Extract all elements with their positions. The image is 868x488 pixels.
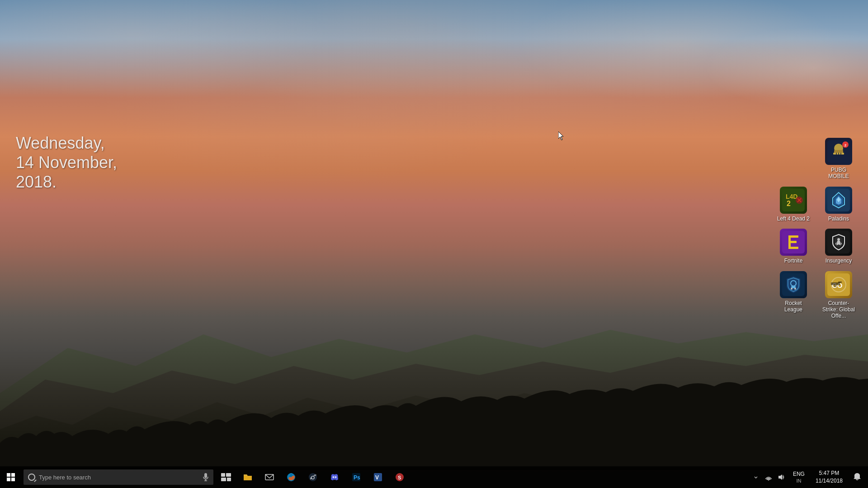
- svg-point-55: [333, 476, 335, 478]
- windows-logo: [7, 473, 15, 481]
- desktop-icon-fortnite[interactable]: Fortnite: [773, 226, 814, 266]
- svg-point-63: [768, 480, 769, 481]
- svg-rect-43: [204, 473, 207, 478]
- svg-marker-2: [0, 389, 868, 470]
- notification-button[interactable]: [848, 466, 866, 488]
- svg-rect-49: [227, 478, 231, 481]
- desktop-icon-rocket-league[interactable]: Rocket League: [773, 269, 814, 322]
- svg-point-56: [335, 476, 337, 478]
- icon-row-3: Rocket League GO Counter-Strike: Gl: [773, 269, 859, 322]
- mouse-cursor: [558, 131, 564, 141]
- taskbar-mail[interactable]: [259, 466, 280, 488]
- win-square-br: [11, 478, 15, 481]
- icon-row-0: 2 PUBG MOBILE: [818, 136, 859, 182]
- taskbar-firefox[interactable]: [280, 466, 302, 488]
- paladins-label: Paladins: [828, 216, 849, 222]
- date-line2: 14 November,: [16, 153, 117, 172]
- language-label: ENG: [793, 471, 805, 478]
- date-line3: 2018.: [16, 172, 117, 192]
- taskbar-photoshop[interactable]: Ps: [345, 466, 367, 488]
- cloud-overlay: [0, 0, 868, 488]
- time-label: 5:47 PM: [819, 469, 840, 477]
- win-square-tr: [11, 473, 15, 477]
- svg-marker-0: [0, 330, 868, 470]
- taskbar-file-explorer[interactable]: [237, 466, 259, 488]
- tray-icons: [762, 466, 788, 488]
- l4d2-label: Left 4 Dead 2: [777, 216, 810, 222]
- svg-text:2: 2: [844, 143, 847, 147]
- date-line1: Wednesday,: [16, 133, 117, 153]
- svg-rect-50: [244, 476, 252, 480]
- task-view-button[interactable]: [215, 466, 237, 488]
- taskbar-apps: Ps V S: [237, 466, 750, 488]
- pubg-mobile-label: PUBG MOBILE: [821, 167, 857, 180]
- rocket-league-label: Rocket League: [775, 300, 811, 313]
- search-icon: [28, 474, 35, 481]
- icon-row-1: L4D 2 Left 4 Dead 2: [773, 184, 859, 224]
- svg-rect-27: [788, 247, 798, 249]
- taskbar: Type here to search: [0, 466, 868, 488]
- desktop-icon-l4d2[interactable]: L4D 2 Left 4 Dead 2: [773, 184, 814, 224]
- svg-point-35: [791, 288, 793, 290]
- win-square-tl: [7, 473, 10, 477]
- icon-row-2: Fortnite Insurgency: [773, 226, 859, 266]
- svg-rect-48: [221, 478, 226, 481]
- taskbar-steam[interactable]: [302, 466, 324, 488]
- desktop-icons: 2 PUBG MOBILE L4D 2: [773, 136, 859, 324]
- csgo-label: Counter-Strike: Global Offe...: [821, 300, 857, 319]
- microphone-icon[interactable]: [203, 473, 209, 481]
- svg-rect-46: [221, 473, 225, 477]
- svg-text:2: 2: [787, 200, 791, 207]
- fortnite-icon: [780, 229, 807, 256]
- svg-point-29: [837, 238, 840, 241]
- rocket-league-icon: [780, 271, 807, 298]
- svg-marker-64: [778, 474, 782, 480]
- svg-rect-42: [834, 285, 836, 287]
- clock-area[interactable]: 5:47 PM 11/14/2018: [810, 466, 848, 488]
- csgo-icon: GO: [825, 271, 852, 298]
- desktop-icon-insurgency[interactable]: Insurgency: [818, 226, 859, 266]
- insurgency-label: Insurgency: [826, 258, 852, 264]
- svg-text:Ps: Ps: [354, 474, 360, 481]
- insurgency-icon: [825, 229, 852, 256]
- desktop: Wednesday, 14 November, 2018.: [0, 0, 868, 488]
- mountain-silhouette: [0, 267, 868, 470]
- input-mode-label: IN: [796, 478, 801, 483]
- win-square-bl: [7, 478, 10, 481]
- desktop-icon-paladins[interactable]: Paladins: [818, 184, 859, 224]
- svg-text:S: S: [398, 475, 401, 480]
- svg-rect-47: [226, 473, 231, 477]
- fortnite-label: Fortnite: [784, 258, 803, 264]
- tray-show-hidden-button[interactable]: [750, 466, 762, 488]
- svg-rect-41: [838, 282, 842, 283]
- desktop-icon-pubg-mobile[interactable]: 2 PUBG MOBILE: [818, 136, 859, 182]
- date-label: 11/14/2018: [816, 477, 843, 485]
- taskbar-app9[interactable]: S: [389, 466, 410, 488]
- taskbar-discord[interactable]: [324, 466, 345, 488]
- volume-icon[interactable]: [775, 466, 788, 488]
- svg-marker-1: [0, 355, 868, 470]
- svg-point-54: [312, 477, 314, 479]
- language-area[interactable]: ENG IN: [788, 466, 810, 488]
- search-placeholder: Type here to search: [39, 474, 199, 481]
- svg-rect-26: [788, 241, 797, 243]
- pubg-mobile-icon: 2: [825, 138, 852, 165]
- start-button[interactable]: [0, 466, 22, 488]
- network-icon[interactable]: [762, 466, 775, 488]
- paladins-icon: [825, 187, 852, 214]
- l4d2-icon: L4D 2: [780, 187, 807, 214]
- desktop-icon-csgo[interactable]: GO Counter-Strike: Global Offe...: [818, 269, 859, 322]
- date-display: Wednesday, 14 November, 2018.: [16, 133, 117, 192]
- svg-point-36: [794, 288, 796, 290]
- svg-text:V: V: [375, 474, 379, 481]
- search-bar[interactable]: Type here to search: [24, 469, 213, 485]
- taskbar-visio[interactable]: V: [367, 466, 389, 488]
- system-tray: ENG IN 5:47 PM 11/14/2018: [750, 466, 868, 488]
